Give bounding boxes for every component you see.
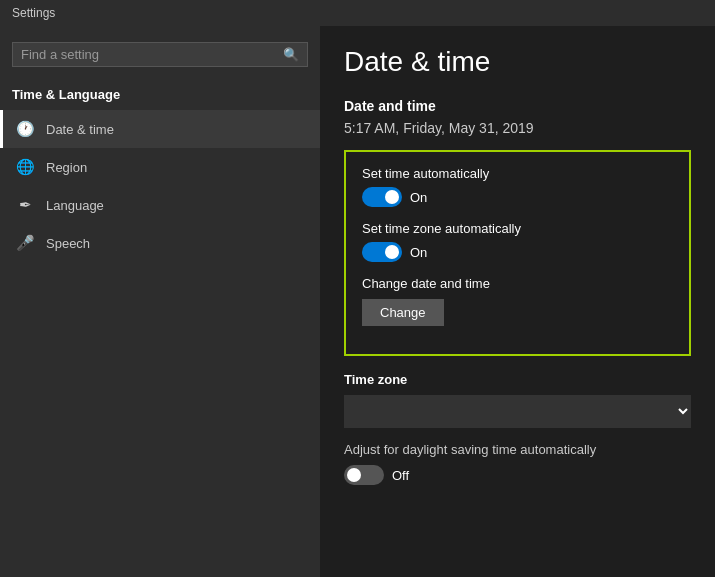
sidebar-item-language[interactable]: ✒ Language bbox=[0, 186, 320, 224]
change-date-label: Change date and time bbox=[362, 276, 673, 291]
main-layout: 🔍 Time & Language 🕐 Date & time 🌐 Region… bbox=[0, 26, 715, 577]
title-bar: Settings bbox=[0, 0, 715, 26]
set-timezone-auto-row: Set time zone automatically On bbox=[362, 221, 673, 262]
page-title: Date & time bbox=[344, 46, 691, 78]
globe-icon: 🌐 bbox=[16, 158, 34, 176]
content-area: Date & time Date and time 5:17 AM, Frida… bbox=[320, 26, 715, 577]
set-timezone-auto-toggle-container: On bbox=[362, 242, 673, 262]
set-time-auto-label: Set time automatically bbox=[362, 166, 673, 181]
daylight-saving-toggle[interactable] bbox=[344, 465, 384, 485]
set-time-auto-toggle-container: On bbox=[362, 187, 673, 207]
timezone-dropdown[interactable] bbox=[344, 395, 691, 428]
sidebar-item-region[interactable]: 🌐 Region bbox=[0, 148, 320, 186]
set-timezone-auto-state: On bbox=[410, 245, 427, 260]
sidebar-item-region-label: Region bbox=[46, 160, 87, 175]
time-zone-section: Time zone bbox=[344, 372, 691, 442]
search-input[interactable] bbox=[21, 47, 283, 62]
sidebar: 🔍 Time & Language 🕐 Date & time 🌐 Region… bbox=[0, 26, 320, 577]
set-timezone-auto-label: Set time zone automatically bbox=[362, 221, 673, 236]
daylight-saving-state: Off bbox=[392, 468, 409, 483]
set-timezone-auto-toggle[interactable] bbox=[362, 242, 402, 262]
toggle-track bbox=[362, 187, 402, 207]
daylight-toggle-container: Off bbox=[344, 465, 691, 485]
daylight-saving-label: Adjust for daylight saving time automati… bbox=[344, 442, 691, 457]
language-icon: ✒ bbox=[16, 196, 34, 214]
sidebar-item-language-label: Language bbox=[46, 198, 104, 213]
sidebar-item-speech[interactable]: 🎤 Speech bbox=[0, 224, 320, 262]
toggle-track-2 bbox=[362, 242, 402, 262]
change-date-row: Change date and time Change bbox=[362, 276, 673, 326]
sidebar-section-label: Time & Language bbox=[0, 83, 320, 110]
set-time-auto-state: On bbox=[410, 190, 427, 205]
daylight-saving-row: Adjust for daylight saving time automati… bbox=[344, 442, 691, 485]
set-time-auto-toggle[interactable] bbox=[362, 187, 402, 207]
change-button[interactable]: Change bbox=[362, 299, 444, 326]
section-title: Date and time bbox=[344, 98, 691, 114]
title-bar-label: Settings bbox=[12, 6, 55, 20]
toggle-thumb-2 bbox=[385, 245, 399, 259]
sidebar-item-date-time-label: Date & time bbox=[46, 122, 114, 137]
time-zone-label: Time zone bbox=[344, 372, 691, 387]
toggle-track-3 bbox=[344, 465, 384, 485]
toggle-thumb bbox=[385, 190, 399, 204]
highlight-box: Set time automatically On Set time zone … bbox=[344, 150, 691, 356]
sidebar-item-speech-label: Speech bbox=[46, 236, 90, 251]
toggle-thumb-3 bbox=[347, 468, 361, 482]
microphone-icon: 🎤 bbox=[16, 234, 34, 252]
search-box[interactable]: 🔍 bbox=[12, 42, 308, 67]
search-icon: 🔍 bbox=[283, 47, 299, 62]
sidebar-item-date-time[interactable]: 🕐 Date & time bbox=[0, 110, 320, 148]
set-time-auto-row: Set time automatically On bbox=[362, 166, 673, 207]
clock-icon: 🕐 bbox=[16, 120, 34, 138]
current-time: 5:17 AM, Friday, May 31, 2019 bbox=[344, 120, 691, 136]
